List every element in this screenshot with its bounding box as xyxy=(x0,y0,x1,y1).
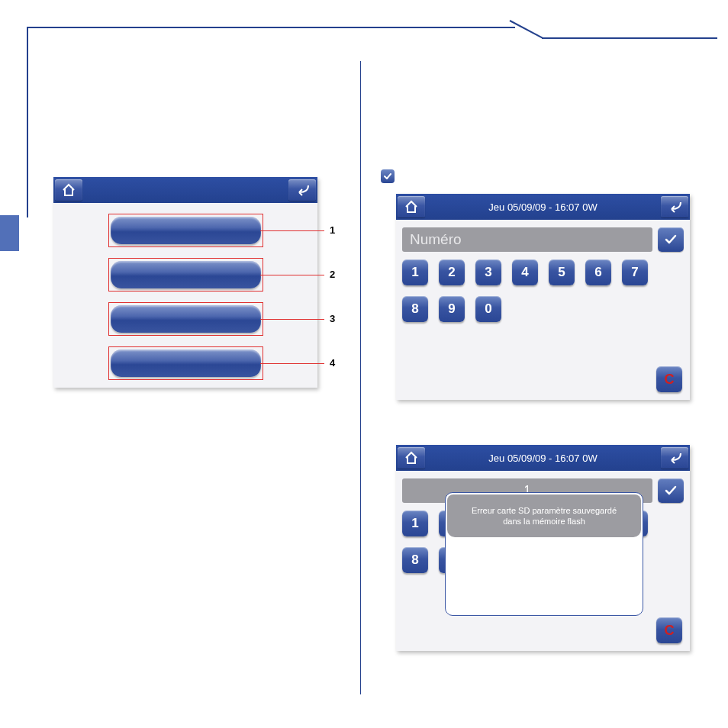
key-2[interactable]: 2 xyxy=(439,259,465,285)
titlebar: Jeu 05/09/09 - 16:07 0W xyxy=(396,194,690,220)
frame-left xyxy=(27,27,28,217)
confirm-button[interactable] xyxy=(658,227,684,252)
keypad: 1 2 3 4 5 6 7 8 9 0 xyxy=(396,256,690,325)
menu-button-3[interactable] xyxy=(111,305,261,333)
key-1[interactable]: 1 xyxy=(402,259,428,285)
menu-item-4 xyxy=(108,346,263,380)
menu-item-3 xyxy=(108,302,263,336)
key-4[interactable]: 4 xyxy=(512,259,538,285)
menu-item-2 xyxy=(108,258,263,292)
clear-label: C xyxy=(665,372,675,388)
numpad-panel-2: Jeu 05/09/09 - 16:07 0W 1 1 2 3 4 5 6 7 … xyxy=(396,445,690,651)
error-popup: Erreur carte SD paramètre sauvegardé dan… xyxy=(445,492,643,616)
titlebar-date: Jeu 05/09/09 - 16:07 0W xyxy=(488,453,597,464)
back-button[interactable] xyxy=(661,447,688,469)
key-3[interactable]: 3 xyxy=(475,259,501,285)
home-button[interactable] xyxy=(55,179,82,201)
menu-item-1 xyxy=(108,214,263,247)
menu-button-2[interactable] xyxy=(111,261,261,288)
center-divider xyxy=(360,61,361,694)
clear-button[interactable]: C xyxy=(656,366,682,392)
error-message: Erreur carte SD paramètre sauvegardé dan… xyxy=(447,494,641,537)
titlebar: Jeu 05/09/09 - 16:07 0W xyxy=(396,445,690,471)
frame-right xyxy=(542,37,717,39)
leader-line-4 xyxy=(260,363,324,364)
key-8[interactable]: 8 xyxy=(402,296,428,322)
titlebar xyxy=(53,177,317,203)
check-icon xyxy=(381,169,395,183)
number-input[interactable]: Numéro xyxy=(402,227,652,252)
key-5[interactable]: 5 xyxy=(549,259,575,285)
leader-label-2: 2 xyxy=(330,269,335,280)
numpad-panel-1: Jeu 05/09/09 - 16:07 0W Numéro 1 2 3 4 5… xyxy=(396,194,690,400)
menu-panel xyxy=(53,177,317,388)
key-7[interactable]: 7 xyxy=(622,259,648,285)
key-1[interactable]: 1 xyxy=(402,511,428,536)
key-6[interactable]: 6 xyxy=(585,259,611,285)
key-9[interactable]: 9 xyxy=(439,296,465,322)
home-button[interactable] xyxy=(398,196,425,217)
back-button[interactable] xyxy=(288,179,316,201)
frame-top xyxy=(27,27,515,28)
clear-button[interactable]: C xyxy=(656,617,682,643)
leader-line-3 xyxy=(260,319,324,320)
leader-label-3: 3 xyxy=(330,313,335,324)
leader-label-4: 4 xyxy=(330,357,335,369)
side-tab xyxy=(0,215,19,251)
back-button[interactable] xyxy=(661,196,688,217)
leader-line-1 xyxy=(260,230,324,231)
frame-diagonal xyxy=(510,20,544,39)
key-8[interactable]: 8 xyxy=(402,547,428,573)
error-line-1: Erreur carte SD paramètre sauvegardé xyxy=(472,505,617,516)
key-0[interactable]: 0 xyxy=(475,296,501,322)
error-line-2: dans la mémoire flash xyxy=(503,516,585,527)
leader-line-2 xyxy=(260,275,324,275)
clear-label: C xyxy=(665,623,675,639)
menu-button-1[interactable] xyxy=(111,217,261,244)
menu-button-4[interactable] xyxy=(111,350,261,377)
titlebar-date: Jeu 05/09/09 - 16:07 0W xyxy=(488,201,597,213)
confirm-button[interactable] xyxy=(658,478,684,503)
home-button[interactable] xyxy=(398,447,425,469)
leader-label-1: 1 xyxy=(330,224,335,236)
